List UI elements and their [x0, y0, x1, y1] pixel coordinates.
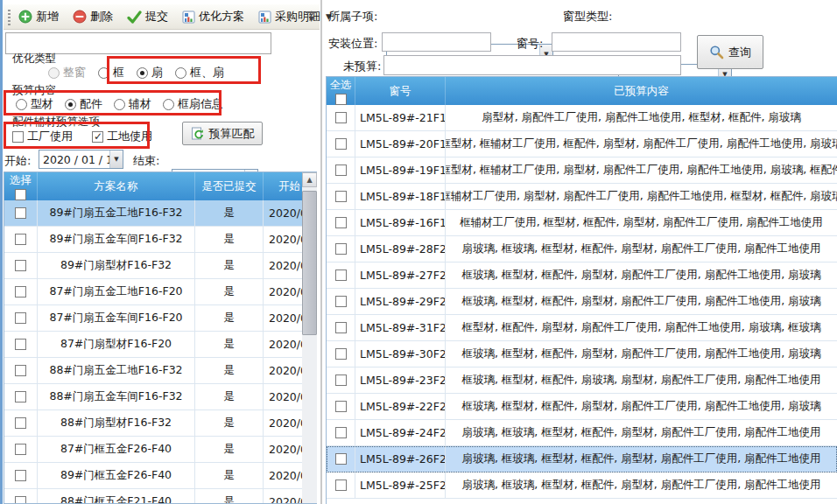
row-checkbox[interactable]	[15, 312, 26, 324]
radio-option-accessory[interactable]: 配件	[65, 96, 102, 112]
radio-option-frame[interactable]: 框	[98, 65, 124, 80]
checkbox-factory-use[interactable]: 工厂使用	[12, 129, 73, 144]
scroll-up-icon[interactable]: ▲	[302, 172, 317, 187]
select-all-checkbox[interactable]	[15, 189, 26, 200]
row-select-cell[interactable]	[327, 105, 355, 131]
budget-table-row[interactable]: LM5L-89#-27F25框玻璃, 框型材, 框配件, 扇型材, 扇配件工厂使…	[327, 262, 837, 289]
row-checkbox[interactable]	[335, 270, 347, 281]
row-checkbox[interactable]	[15, 417, 26, 429]
budget-table-row[interactable]: LM5L-89#-18F16框辅材工厂使用, 扇型材, 扇配件工厂使用, 扇配件…	[327, 184, 837, 210]
purchase-detail-button[interactable]: 采购明细 ▼	[252, 5, 338, 28]
plan-table-row[interactable]: 87#门扇型材F16-F20是2020/0	[4, 332, 316, 358]
row-checkbox[interactable]	[15, 470, 26, 481]
plan-table-scrollbar[interactable]: ▲	[302, 172, 317, 503]
row-select-cell[interactable]	[327, 446, 355, 472]
checkbox-site-use[interactable]: 工地使用	[92, 129, 152, 144]
budget-table-row[interactable]: LM5L-89#-28F26扇玻璃, 框玻璃, 框型材, 框配件, 扇型材, 扇…	[327, 236, 837, 262]
budgeted-content-column-header[interactable]: 已预算内容	[446, 77, 837, 105]
row-select-cell[interactable]	[327, 131, 355, 158]
budget-table-row[interactable]: LM5L-89#-30F28框玻璃, 框型材, 框配件, 扇型材, 扇配件工厂使…	[327, 341, 837, 368]
row-select-cell[interactable]	[327, 420, 355, 446]
row-select-cell[interactable]	[4, 200, 38, 227]
row-checkbox[interactable]	[335, 480, 347, 491]
budget-table-row[interactable]: LM5L-89#-26F24扇玻璃, 框玻璃, 框型材, 框配件, 扇型材, 扇…	[327, 446, 837, 472]
radio-icon[interactable]	[65, 99, 76, 110]
budget-table-row[interactable]: LM5L-89#-29F27框玻璃, 框型材, 框配件, 扇型材, 扇配件工厂使…	[327, 289, 837, 315]
budget-table-row[interactable]: LM5L-89#-22F20框玻璃, 框型材, 框配件, 扇型材, 扇配件工厂使…	[327, 394, 837, 420]
plan-name-column-header[interactable]: 方案名称	[38, 172, 195, 200]
radio-icon[interactable]	[98, 67, 109, 79]
plan-table-row[interactable]: 87#门框五金F26-F40是2020/0	[4, 437, 316, 463]
plan-table-row[interactable]: 87#门扇五金车间F16-F20是2020/0	[4, 305, 316, 332]
row-select-cell[interactable]	[327, 158, 355, 184]
row-checkbox[interactable]	[335, 112, 347, 123]
row-checkbox[interactable]	[335, 217, 347, 228]
row-select-cell[interactable]	[327, 289, 355, 315]
row-checkbox[interactable]	[15, 339, 26, 350]
row-select-cell[interactable]	[327, 394, 355, 420]
plan-table-row[interactable]: 88#门框五金F21-F40是2020/0	[4, 489, 316, 504]
plan-table-row[interactable]: 89#门扇型材F16-F32是2020/0	[4, 253, 316, 279]
row-checkbox[interactable]	[335, 322, 347, 333]
budget-table-row[interactable]: LM5L-89#-16F15框辅材工厂使用, 框型材, 框配件, 扇型材, 扇配…	[327, 210, 837, 236]
radio-icon[interactable]	[163, 99, 174, 110]
row-checkbox[interactable]	[335, 164, 347, 176]
scrollbar-thumb[interactable]	[302, 191, 317, 335]
checkbox-icon[interactable]	[92, 131, 103, 143]
row-select-cell[interactable]	[327, 236, 355, 262]
row-select-cell[interactable]	[4, 279, 38, 305]
row-checkbox[interactable]	[335, 243, 347, 255]
radio-option-auxiliary[interactable]: 辅材	[114, 96, 151, 112]
row-select-cell[interactable]	[4, 227, 38, 253]
row-checkbox[interactable]	[335, 427, 347, 438]
select-all-checkbox[interactable]	[335, 94, 347, 105]
install-position-input[interactable]	[382, 32, 491, 52]
row-checkbox[interactable]	[335, 453, 347, 465]
row-select-cell[interactable]	[327, 210, 355, 236]
plan-table-row[interactable]: 88#门扇五金车间F16-F32是2020/0	[4, 384, 316, 410]
window-no-input[interactable]	[552, 32, 681, 52]
plan-table-row[interactable]: 89#门扇五金工地F16-F32是2020/0	[4, 200, 316, 227]
budget-table-row[interactable]: LM5L-89#-23F21框玻璃, 框型材, 框配件, 扇玻璃, 扇型材, 扇…	[327, 368, 837, 394]
chevron-down-icon[interactable]: ▼	[109, 150, 123, 168]
add-button[interactable]: 新增	[12, 5, 65, 28]
row-select-cell[interactable]	[4, 463, 38, 489]
plan-table-row[interactable]: 89#门框五金F26-F40是2020/0	[4, 463, 316, 489]
radio-icon[interactable]	[137, 67, 148, 79]
row-checkbox[interactable]	[335, 348, 347, 360]
budget-table-row[interactable]: LM5L-89#-24F22扇玻璃, 框玻璃, 框型材, 框配件, 扇型材, 扇…	[327, 420, 837, 446]
row-select-cell[interactable]	[327, 368, 355, 394]
row-select-cell[interactable]	[4, 305, 38, 332]
row-checkbox[interactable]	[15, 234, 26, 245]
plan-table-row[interactable]: 89#门扇五金车间F16-F32是2020/0	[4, 227, 316, 253]
plan-table-row[interactable]: 87#门扇五金工地F16-F20是2020/0	[4, 279, 316, 305]
row-checkbox[interactable]	[335, 296, 347, 307]
radio-option-profile[interactable]: 型材	[16, 96, 53, 112]
row-checkbox[interactable]	[15, 496, 26, 504]
budget-table-row[interactable]: LM5L-89#-31F29框型材, 框配件, 扇型材, 扇配件工厂使用, 扇配…	[327, 315, 837, 341]
row-checkbox[interactable]	[335, 191, 347, 202]
radio-option-frame-sash-info[interactable]: 框扇信息	[163, 96, 223, 112]
date-start-picker[interactable]: 2020 / 01 / 1 ▼	[39, 150, 123, 169]
row-checkbox[interactable]	[335, 138, 347, 150]
row-select-cell[interactable]	[4, 253, 38, 279]
row-select-cell[interactable]	[4, 332, 38, 358]
budget-table-row[interactable]: LM5L-89#-25F23扇玻璃, 框玻璃, 框型材, 框配件, 扇型材, 扇…	[327, 472, 837, 499]
row-checkbox[interactable]	[15, 207, 26, 219]
query-button[interactable]: 查询	[697, 35, 763, 69]
budget-table-row[interactable]: LM5L-89#-21F19扇型材, 扇配件工厂使用, 扇配件工地使用, 框型材…	[327, 105, 837, 131]
row-checkbox[interactable]	[15, 260, 26, 271]
radio-icon[interactable]	[114, 99, 125, 110]
budget-table-row[interactable]: LM5L-89#-20F18框型材, 框辅材工厂使用, 框配件, 扇型材, 扇配…	[327, 131, 837, 158]
row-checkbox[interactable]	[335, 374, 347, 386]
delete-button[interactable]: 删除	[67, 5, 119, 28]
checkbox-icon[interactable]	[12, 131, 24, 143]
radio-option-frame-sash[interactable]: 框、扇	[175, 65, 224, 80]
optimize-plan-button[interactable]: 优化方案	[176, 5, 250, 28]
plan-table-row[interactable]: 88#门扇五金工地F16-F32是2020/0	[4, 358, 316, 384]
unbudgeted-input[interactable]	[383, 55, 681, 75]
row-select-cell[interactable]	[4, 410, 38, 437]
submit-button[interactable]: 提交	[121, 5, 174, 28]
row-checkbox[interactable]	[15, 391, 26, 402]
row-select-cell[interactable]	[4, 358, 38, 384]
